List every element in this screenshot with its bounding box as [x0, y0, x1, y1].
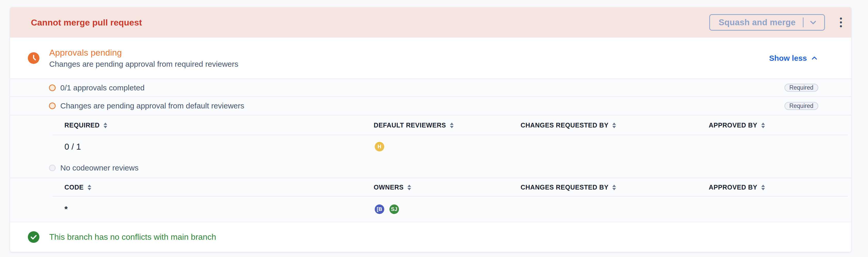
- show-less-toggle[interactable]: Show less: [769, 54, 818, 63]
- sort-icon: [761, 123, 765, 128]
- column-header-label: CHANGES REQUESTED BY: [521, 184, 609, 191]
- column-header-approved-by[interactable]: APPROVED BY: [709, 122, 851, 129]
- check-row-codeowners: No codeowner reviews: [10, 158, 851, 178]
- pending-status-icon: [49, 85, 56, 91]
- avatar-initials: SJ: [390, 204, 399, 214]
- column-header-code[interactable]: CODE: [64, 184, 374, 191]
- column-header-label: CODE: [64, 184, 84, 191]
- banner-title: Cannot merge pull request: [31, 18, 142, 28]
- sort-icon: [612, 123, 616, 128]
- required-badge: Required: [784, 84, 818, 92]
- sort-icon: [103, 123, 107, 128]
- chevron-up-icon: [810, 54, 818, 62]
- codeowners-check-label: No codeowner reviews: [60, 163, 138, 172]
- default-reviewers-check-label: Changes are pending approval from defaul…: [60, 101, 244, 110]
- button-divider: [803, 18, 804, 27]
- default-reviewers-table: REQUIRED DEFAULT REVIEWERS CHANGES REQUE…: [10, 115, 851, 158]
- column-header-label: APPROVED BY: [709, 184, 757, 191]
- banner-actions: Squash and merge: [709, 14, 843, 31]
- reviewers-table-row: 0 / 1 H: [52, 135, 851, 158]
- reviewers-table-header: REQUIRED DEFAULT REVIEWERS CHANGES REQUE…: [52, 116, 851, 135]
- required-count: 0 / 1: [64, 142, 374, 152]
- column-header-changes-requested-by[interactable]: CHANGES REQUESTED BY: [521, 184, 709, 191]
- sort-icon: [88, 185, 91, 190]
- merge-checks-card: Cannot merge pull request Squash and mer…: [10, 7, 851, 252]
- cannot-merge-banner: Cannot merge pull request Squash and mer…: [10, 7, 851, 38]
- chevron-down-icon[interactable]: [809, 18, 817, 27]
- column-header-label: OWNERS: [374, 184, 404, 191]
- avatar-initials: H: [375, 142, 384, 152]
- more-options-button[interactable]: [838, 16, 843, 29]
- codeowners-table-header: CODE OWNERS CHANGES REQUESTED BY APPROVE…: [52, 178, 851, 196]
- merge-button-label: Squash and merge: [719, 18, 796, 27]
- pending-clock-icon: [28, 52, 39, 64]
- owners-avatars: [B SJ: [374, 203, 521, 215]
- column-header-required[interactable]: REQUIRED: [64, 122, 374, 129]
- kebab-dot: [840, 18, 842, 20]
- avatar[interactable]: [B: [374, 203, 385, 215]
- kebab-dot: [840, 25, 842, 27]
- avatar[interactable]: SJ: [389, 203, 400, 215]
- check-row-default-reviewers: Changes are pending approval from defaul…: [10, 96, 851, 115]
- squash-and-merge-button[interactable]: Squash and merge: [709, 14, 825, 31]
- pending-status-icon: [49, 102, 56, 109]
- sort-icon: [612, 185, 616, 190]
- summary-text: Approvals pending Changes are pending ap…: [49, 47, 238, 68]
- avatar-initials: [B: [375, 204, 384, 214]
- sort-icon: [407, 185, 411, 190]
- no-conflicts-label: This branch has no conflicts with main b…: [49, 232, 216, 242]
- show-less-label: Show less: [769, 54, 807, 63]
- column-header-label: CHANGES REQUESTED BY: [521, 122, 609, 129]
- approvals-summary: Approvals pending Changes are pending ap…: [10, 38, 851, 78]
- merge-checks-list: 0/1 approvals completed Required Changes…: [10, 78, 851, 222]
- neutral-status-icon: [49, 165, 56, 171]
- code-pattern: *: [64, 204, 374, 214]
- column-header-label: DEFAULT REVIEWERS: [374, 122, 446, 129]
- codeowners-table-row: * [B SJ: [52, 196, 851, 222]
- column-header-owners[interactable]: OWNERS: [374, 184, 521, 191]
- avatar[interactable]: H: [374, 141, 385, 153]
- no-conflicts-row: This branch has no conflicts with main b…: [10, 222, 851, 252]
- check-row-approvals: 0/1 approvals completed Required: [10, 78, 851, 96]
- column-header-label: REQUIRED: [64, 122, 100, 129]
- column-header-default-reviewers[interactable]: DEFAULT REVIEWERS: [374, 122, 521, 129]
- column-header-changes-requested-by[interactable]: CHANGES REQUESTED BY: [521, 122, 709, 129]
- required-badge: Required: [784, 102, 818, 110]
- summary-subtitle: Changes are pending approval from requir…: [49, 60, 238, 68]
- codeowners-table: CODE OWNERS CHANGES REQUESTED BY APPROVE…: [10, 178, 851, 222]
- column-header-label: APPROVED BY: [709, 122, 757, 129]
- kebab-dot: [840, 21, 842, 24]
- summary-title: Approvals pending: [49, 47, 238, 58]
- sort-icon: [761, 185, 765, 190]
- approvals-check-label: 0/1 approvals completed: [60, 84, 145, 92]
- column-header-approved-by[interactable]: APPROVED BY: [709, 184, 851, 191]
- default-reviewers-avatars: H: [374, 141, 521, 153]
- sort-icon: [450, 123, 454, 128]
- success-check-icon: [28, 231, 39, 243]
